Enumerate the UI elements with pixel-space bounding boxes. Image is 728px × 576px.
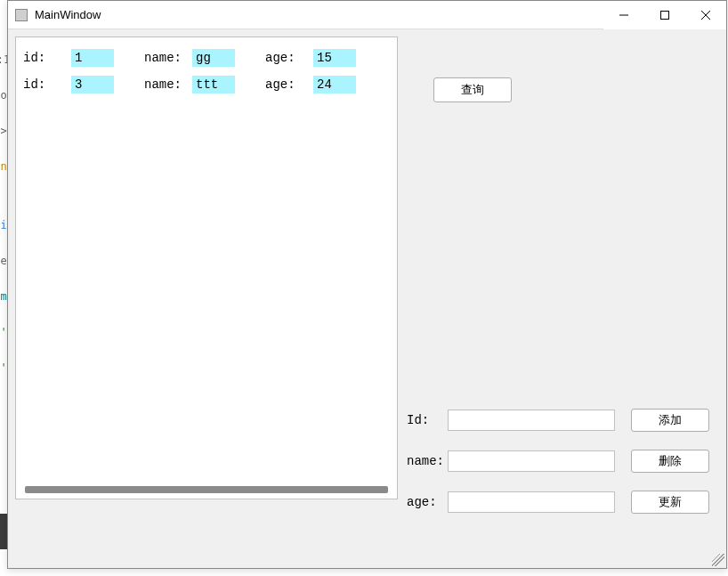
id-field-label: Id: bbox=[407, 413, 448, 427]
name-field[interactable] bbox=[448, 450, 615, 472]
name-label: name: bbox=[141, 77, 192, 92]
form-row-name: name: 删除 bbox=[407, 443, 719, 479]
name-value: gg bbox=[192, 49, 235, 67]
close-button[interactable] bbox=[685, 1, 726, 29]
name-label: name: bbox=[141, 51, 192, 65]
window-icon bbox=[15, 9, 28, 21]
id-value: 1 bbox=[71, 49, 114, 67]
right-panel: 查询 Id: 添加 name: 删除 age: 更新 bbox=[407, 37, 719, 561]
update-button[interactable]: 更新 bbox=[631, 491, 709, 514]
age-label: age: bbox=[262, 77, 313, 92]
maximize-icon bbox=[660, 11, 669, 20]
id-field[interactable] bbox=[448, 410, 615, 431]
age-value: 15 bbox=[313, 49, 356, 67]
table-row[interactable]: id: 3 name: ttt age: 24 bbox=[20, 71, 393, 98]
delete-button[interactable]: 删除 bbox=[631, 450, 709, 473]
size-grip[interactable] bbox=[712, 554, 724, 566]
window-controls bbox=[603, 1, 726, 28]
form-row-id: Id: 添加 bbox=[407, 402, 719, 438]
form-row-age: age: 更新 bbox=[407, 484, 719, 520]
id-label: id: bbox=[20, 51, 71, 65]
age-field-label: age: bbox=[407, 495, 448, 509]
name-field-label: name: bbox=[407, 454, 448, 468]
horizontal-scrollbar[interactable] bbox=[25, 486, 388, 493]
add-button[interactable]: 添加 bbox=[631, 409, 709, 432]
table-row[interactable]: id: 1 name: gg age: 15 bbox=[20, 45, 393, 71]
id-value: 3 bbox=[71, 76, 114, 93]
results-list[interactable]: id: 1 name: gg age: 15 id: 3 name: ttt a… bbox=[15, 37, 398, 499]
query-button[interactable]: 查询 bbox=[433, 77, 512, 102]
age-label: age: bbox=[262, 51, 313, 65]
main-window: MainWindow id: 1 name: gg age: 15 bbox=[7, 0, 727, 569]
age-value: 24 bbox=[313, 76, 356, 93]
minimize-icon bbox=[619, 11, 628, 20]
svg-rect-1 bbox=[661, 12, 669, 20]
name-value: ttt bbox=[192, 76, 235, 93]
close-icon bbox=[701, 11, 710, 20]
results-content: id: 1 name: gg age: 15 id: 3 name: ttt a… bbox=[16, 37, 397, 105]
client-area: id: 1 name: gg age: 15 id: 3 name: ttt a… bbox=[8, 29, 726, 568]
age-field[interactable] bbox=[448, 491, 615, 513]
editor-gutter-strip: :1 o > n i e m ' ' bbox=[0, 0, 7, 576]
form-area: Id: 添加 name: 删除 age: 更新 bbox=[407, 402, 719, 525]
maximize-button[interactable] bbox=[644, 1, 685, 29]
minimize-button[interactable] bbox=[603, 1, 644, 29]
id-label: id: bbox=[20, 77, 71, 92]
window-title: MainWindow bbox=[35, 8, 603, 21]
titlebar[interactable]: MainWindow bbox=[8, 1, 726, 29]
